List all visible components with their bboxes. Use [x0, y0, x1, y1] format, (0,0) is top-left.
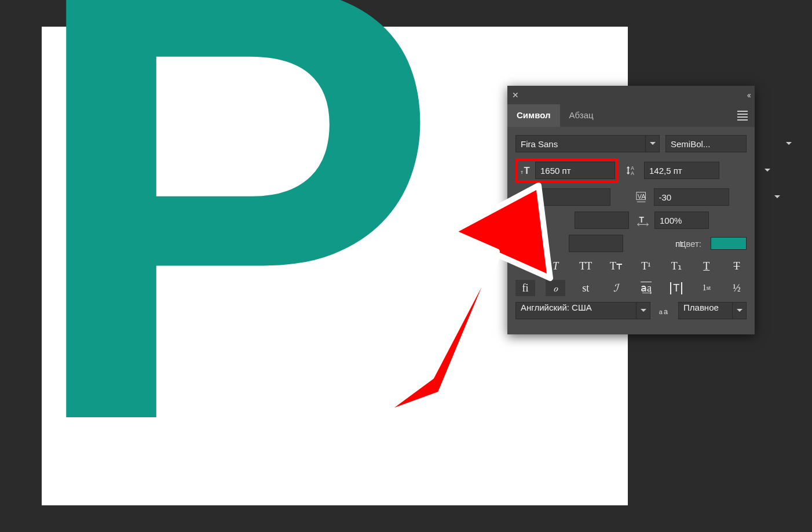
fractions-button[interactable]: ½ [727, 280, 747, 296]
antialias-icon: aa [656, 304, 672, 317]
chevron-down-icon[interactable] [774, 189, 780, 205]
ligatures-button[interactable]: fi [515, 280, 535, 296]
horiz-scale-input-box[interactable] [654, 212, 709, 229]
ordinals-button[interactable]: 1st [697, 280, 716, 296]
baseline-input[interactable] [569, 235, 623, 252]
contextual-alt-button[interactable]: ℴ [546, 280, 565, 296]
chevron-down-icon[interactable] [732, 303, 746, 319]
color-label: Цвет: [679, 239, 701, 249]
kerning-select[interactable] [535, 188, 610, 206]
tracking-input[interactable] [654, 189, 774, 205]
all-caps-button[interactable]: TT [576, 258, 595, 274]
swash-button[interactable]: ℐ [606, 280, 626, 296]
kerning-icon: V/A [515, 191, 532, 203]
leading-input[interactable] [645, 162, 764, 178]
font-size-select[interactable] [535, 162, 615, 179]
character-panel: ✕ ‹‹ Символ Абзац тT [507, 86, 755, 334]
font-size-icon: тT [519, 164, 535, 177]
svg-text:T: T [639, 216, 645, 224]
type-layer-glyph[interactable]: P [24, 0, 424, 513]
faux-bold-button[interactable]: T [515, 258, 535, 274]
language-select[interactable]: Английский: США [515, 302, 650, 319]
svg-text:VA: VA [637, 193, 646, 200]
svg-text:T: T [524, 165, 530, 176]
opentype-row: fi ℴ st ℐ a͢a T 1st ½ [515, 280, 747, 296]
svg-text:т: т [521, 169, 524, 175]
chevron-down-icon[interactable] [764, 162, 770, 178]
svg-text:a: a [659, 308, 663, 315]
font-size-highlight: тT [515, 158, 619, 183]
chevron-down-icon[interactable] [785, 136, 792, 152]
superscript-button[interactable]: T¹ [637, 258, 656, 274]
svg-text:A: A [631, 166, 634, 171]
underline-button[interactable]: T [697, 258, 716, 274]
font-family-select[interactable] [515, 135, 660, 152]
titling-alt-button[interactable]: T [667, 280, 686, 296]
leading-select[interactable] [644, 162, 719, 179]
antialias-select[interactable]: Плавное [678, 302, 747, 319]
collapse-icon[interactable]: ‹‹ [747, 90, 750, 100]
close-icon[interactable]: ✕ [512, 90, 519, 100]
panel-tabs: Символ Абзац [507, 104, 755, 127]
leading-icon: AA [624, 164, 641, 177]
panel-titlebar[interactable]: ✕ ‹‹ [507, 86, 755, 104]
tab-character[interactable]: Символ [507, 104, 560, 127]
faux-italic-button[interactable]: T [546, 258, 565, 274]
font-family-input[interactable] [516, 136, 645, 152]
horiz-scale-icon: T [635, 214, 651, 227]
chevron-down-icon[interactable] [645, 136, 659, 152]
chevron-down-icon[interactable] [636, 303, 650, 319]
small-caps-button[interactable]: Tᴛ [606, 258, 626, 274]
font-style-input[interactable] [666, 136, 785, 152]
font-style-select[interactable] [665, 135, 747, 152]
strikethrough-button[interactable]: T [727, 258, 747, 274]
tracking-select[interactable] [654, 188, 729, 206]
subscript-button[interactable]: T₁ [667, 258, 686, 274]
tracking-icon: VA [634, 191, 650, 203]
discretionary-lig-button[interactable]: st [576, 280, 595, 296]
color-swatch[interactable] [711, 237, 747, 250]
svg-text:A: A [631, 171, 634, 176]
svg-text:V/A: V/A [517, 192, 529, 201]
tab-paragraph[interactable]: Абзац [560, 104, 603, 127]
stylistic-alt-button[interactable]: a͢a [637, 280, 656, 296]
vert-scale-input[interactable] [575, 212, 629, 229]
type-style-row: T T TT Tᴛ T¹ T₁ T T [515, 258, 747, 274]
panel-menu-icon[interactable] [730, 109, 755, 122]
svg-text:a: a [664, 307, 668, 316]
